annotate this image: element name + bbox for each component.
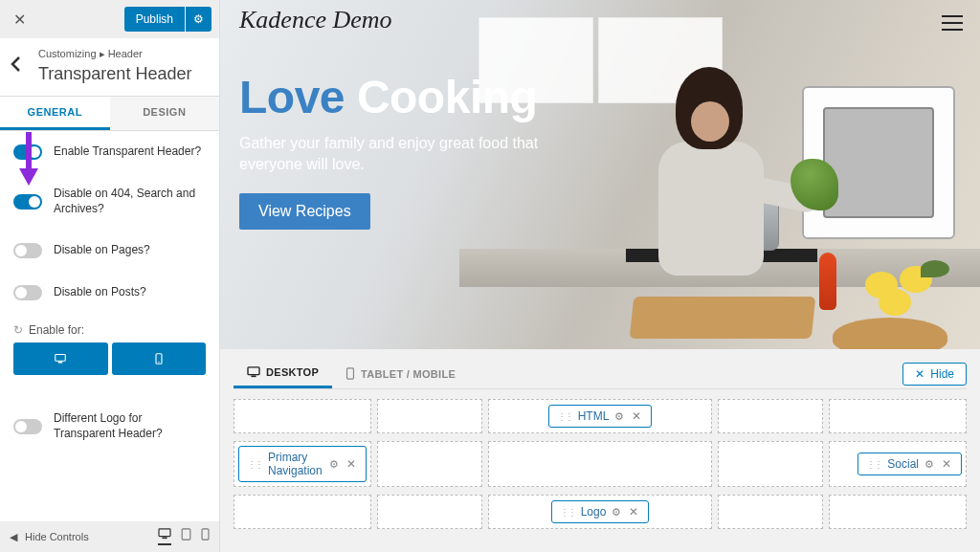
- mobile-menu-button[interactable]: [942, 15, 963, 31]
- panel-breadcrumb-row: Customizing ▸ Header: [0, 38, 219, 64]
- option-different-logo: Different Logo for Transparent Header?: [0, 398, 219, 454]
- breadcrumb: Customizing ▸ Header: [38, 48, 206, 60]
- panel-title: Transparent Header: [0, 64, 219, 96]
- device-desktop-button[interactable]: [158, 528, 171, 545]
- chevron-left-icon: [10, 55, 21, 73]
- option-enable-transparent: Enable Transparent Header?: [0, 131, 219, 173]
- gear-icon: ⚙: [193, 12, 204, 26]
- builder-cell-left-center[interactable]: [377, 495, 482, 529]
- back-button[interactable]: [10, 55, 21, 77]
- sidebar-footer: ◀ Hide Controls: [0, 521, 219, 552]
- refresh-icon: ↻: [13, 323, 23, 337]
- remove-icon[interactable]: ✕: [627, 505, 640, 519]
- chip-label: HTML: [578, 409, 610, 423]
- toggle-enable-transparent[interactable]: [13, 144, 42, 160]
- builder-cell-left-center[interactable]: [377, 441, 482, 487]
- builder-cell-right[interactable]: [829, 399, 967, 433]
- desktop-icon: [158, 528, 171, 540]
- option-label: Disable on Posts?: [54, 285, 206, 300]
- toggle-disable-posts[interactable]: [13, 285, 42, 300]
- hero-heading-white: Cooking: [357, 72, 537, 122]
- enable-for-mobile-button[interactable]: [112, 342, 207, 375]
- drag-handle-icon: ⋮⋮: [866, 459, 881, 470]
- hamburger-icon: [942, 29, 963, 31]
- tablet-icon: [181, 528, 191, 541]
- hero-subtitle: Gather your family and enjoy great food …: [239, 133, 603, 176]
- desktop-icon: [247, 366, 260, 378]
- svg-rect-11: [251, 375, 256, 377]
- enable-for-row: ↻ Enable for:: [0, 314, 219, 342]
- panel-tabs: GENERAL DESIGN: [0, 96, 219, 131]
- tab-design[interactable]: DESIGN: [110, 96, 220, 130]
- gear-icon[interactable]: ⚙: [924, 458, 934, 471]
- svg-rect-12: [347, 368, 354, 379]
- hide-controls-link[interactable]: Hide Controls: [25, 531, 89, 542]
- builder-hide-button[interactable]: ✕ Hide: [902, 363, 967, 386]
- site-title[interactable]: Kadence Demo: [239, 6, 392, 34]
- toggle-different-logo[interactable]: [13, 419, 42, 434]
- builder-tab-desktop[interactable]: DESKTOP: [234, 359, 332, 388]
- builder-cell-left[interactable]: ⋮⋮ Primary Navigation ⚙ ✕: [234, 441, 371, 487]
- svg-point-5: [158, 362, 159, 363]
- remove-icon[interactable]: ✕: [940, 457, 953, 471]
- device-mobile-button[interactable]: [201, 528, 210, 545]
- hamburger-icon: [942, 15, 963, 17]
- svg-rect-2: [56, 355, 66, 362]
- decor-lemon: [879, 289, 911, 316]
- svg-rect-9: [202, 529, 209, 540]
- builder-cell-left[interactable]: [234, 399, 371, 433]
- sidebar-topbar: ✕ Publish ⚙: [0, 0, 219, 38]
- drag-handle-icon: ⋮⋮: [247, 459, 262, 470]
- hero-cta-button[interactable]: View Recipes: [239, 193, 370, 230]
- publish-settings-button[interactable]: ⚙: [186, 7, 212, 32]
- builder-cell-center[interactable]: ⋮⋮ HTML ⚙ ✕: [488, 399, 711, 433]
- builder-cell-center[interactable]: ⋮⋮ Logo ⚙ ✕: [488, 495, 711, 529]
- builder-tab-mobile[interactable]: TABLET / MOBILE: [332, 360, 469, 387]
- remove-icon[interactable]: ✕: [630, 409, 643, 423]
- enable-for-label: Enable for:: [29, 323, 84, 337]
- collapse-icon[interactable]: ◀: [10, 531, 17, 543]
- customizer-sidebar: ✕ Publish ⚙ Customizing ▸ Header Transpa…: [0, 0, 220, 552]
- option-disable-pages: Disable on Pages?: [0, 230, 219, 272]
- builder-cell-left-center[interactable]: [377, 399, 482, 433]
- close-customizer-button[interactable]: ✕: [8, 5, 32, 34]
- builder-cell-center[interactable]: [488, 441, 711, 487]
- decor-pepper-mill: [819, 253, 836, 310]
- builder-cell-right[interactable]: [829, 495, 967, 529]
- chip-label: Primary Navigation: [268, 451, 323, 477]
- remove-icon[interactable]: ✕: [345, 457, 358, 471]
- hide-label: Hide: [930, 367, 954, 381]
- builder-tabs: DESKTOP TABLET / MOBILE ✕ Hide: [234, 359, 967, 389]
- builder-chip-primary-nav[interactable]: ⋮⋮ Primary Navigation ⚙ ✕: [238, 446, 367, 482]
- site-hero: Kadence Demo Love Cooking Gather your fa…: [220, 0, 980, 349]
- drag-handle-icon: ⋮⋮: [557, 411, 572, 422]
- builder-chip-html[interactable]: ⋮⋮ HTML ⚙ ✕: [548, 405, 653, 428]
- builder-cell-right[interactable]: ⋮⋮ Social ⚙ ✕: [829, 441, 967, 487]
- tab-general[interactable]: GENERAL: [0, 96, 110, 130]
- decor-person: [632, 67, 775, 287]
- builder-cell-right-center[interactable]: [718, 495, 823, 529]
- gear-icon[interactable]: ⚙: [614, 410, 624, 423]
- enable-for-desktop-button[interactable]: [13, 342, 108, 375]
- builder-rows: ⋮⋮ HTML ⚙ ✕ ⋮⋮ Primary Navigation: [234, 399, 967, 529]
- options-list: Enable Transparent Header? Disable on 40…: [0, 131, 219, 552]
- device-tablet-button[interactable]: [181, 528, 191, 545]
- svg-rect-3: [58, 362, 63, 364]
- builder-cell-right-center[interactable]: [718, 399, 823, 433]
- publish-button[interactable]: Publish: [124, 7, 185, 32]
- builder-chip-logo[interactable]: ⋮⋮ Logo ⚙ ✕: [551, 500, 650, 523]
- gear-icon[interactable]: ⚙: [329, 458, 339, 471]
- builder-chip-social[interactable]: ⋮⋮ Social ⚙ ✕: [858, 453, 962, 475]
- hero-heading: Love Cooking: [239, 71, 603, 123]
- drag-handle-icon: ⋮⋮: [560, 507, 575, 518]
- gear-icon[interactable]: ⚙: [612, 506, 621, 519]
- chip-label: Logo: [581, 505, 607, 519]
- toggle-disable-404[interactable]: [13, 194, 42, 210]
- toggle-disable-pages[interactable]: [13, 243, 42, 258]
- enable-for-buttons: [0, 342, 219, 390]
- builder-cell-right-center[interactable]: [718, 441, 823, 487]
- app-root: ✕ Publish ⚙ Customizing ▸ Header Transpa…: [0, 0, 980, 552]
- builder-cell-left[interactable]: [234, 495, 371, 529]
- builder-tab-label: TABLET / MOBILE: [361, 368, 456, 380]
- desktop-icon: [55, 353, 66, 364]
